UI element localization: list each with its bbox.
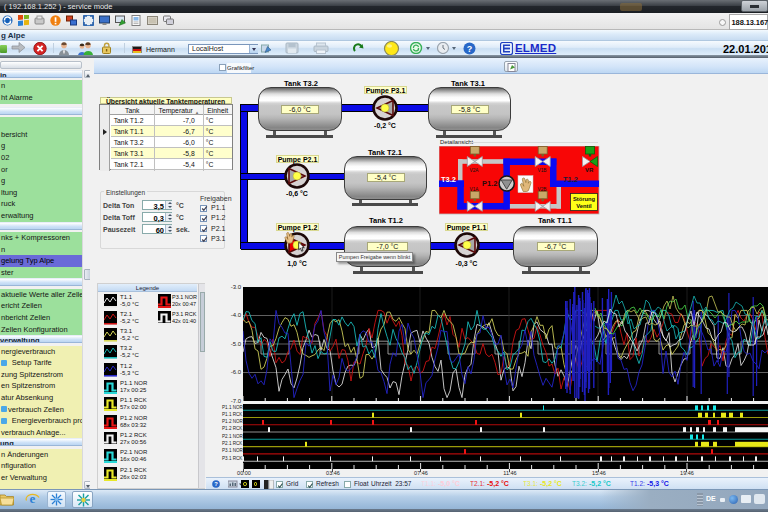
svg-text:T3.2: T3.2 xyxy=(441,175,456,184)
svg-text:VR: VR xyxy=(585,167,594,173)
svg-text:V2B: V2B xyxy=(538,187,547,192)
svg-text:Störung: Störung xyxy=(573,196,596,202)
svg-text:?: ? xyxy=(467,44,473,54)
svg-text:e: e xyxy=(30,491,36,506)
svg-text:?: ? xyxy=(214,481,218,487)
svg-text:V2A: V2A xyxy=(470,168,480,173)
svg-text:V1B: V1B xyxy=(538,168,547,173)
svg-text:V1A: V1A xyxy=(470,187,480,192)
svg-text:P1.2: P1.2 xyxy=(482,179,497,188)
svg-text:T1.2: T1.2 xyxy=(563,175,578,184)
svg-text:Ventil: Ventil xyxy=(576,203,592,209)
